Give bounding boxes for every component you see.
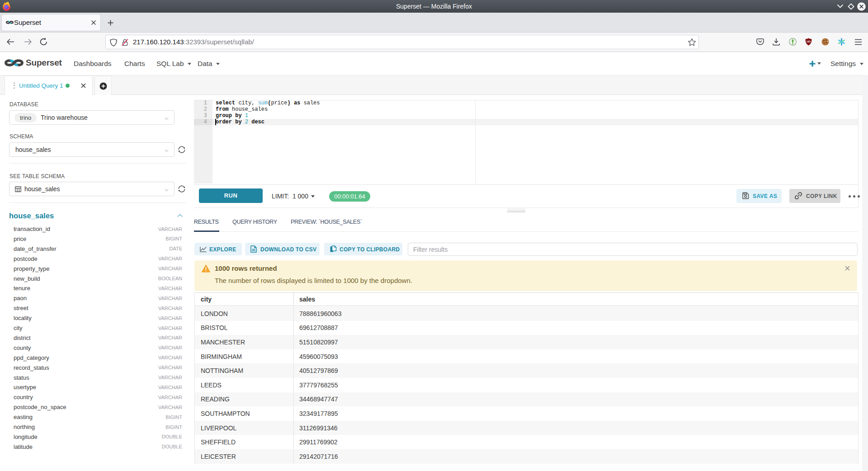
svg-text:UO: UO [807,40,811,43]
